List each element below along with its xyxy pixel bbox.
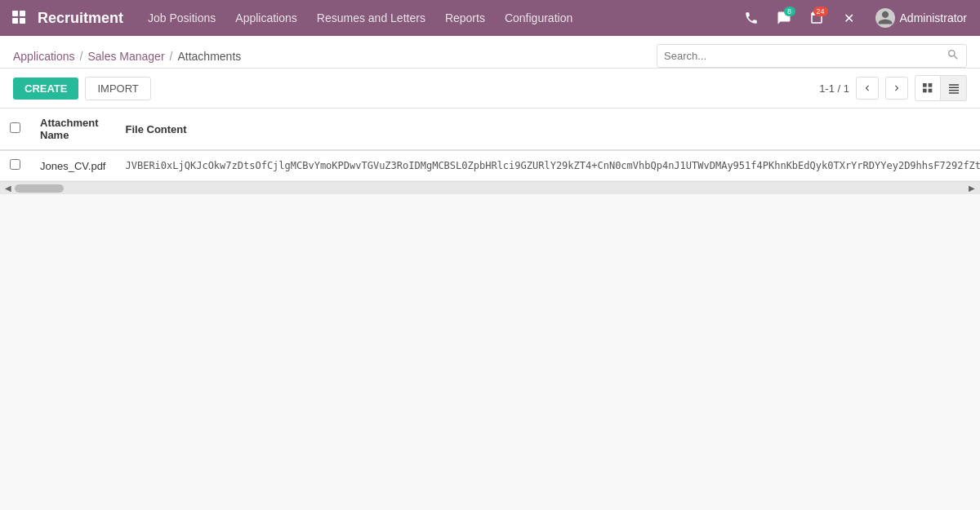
select-all-checkbox[interactable] [10,122,20,133]
calendar-icon[interactable]: 24 [804,5,830,31]
app-grid-icon[interactable] [7,5,33,31]
svg-rect-4 [923,83,927,87]
search-icon[interactable] [947,48,960,64]
svg-rect-2 [12,18,18,24]
breadcrumb-sep-2: / [170,50,173,63]
breadcrumb-sales-manager[interactable]: Sales Manager [87,50,164,63]
svg-rect-1 [20,11,25,16]
svg-rect-6 [923,89,927,93]
nav-right-actions: 8 24 ✕ Administrator [738,5,973,31]
prev-page-button[interactable] [856,77,879,100]
svg-rect-5 [929,83,933,87]
nav-resumes-letters[interactable]: Resumes and Letters [309,7,434,29]
avatar [875,8,895,28]
svg-rect-8 [949,84,959,85]
svg-rect-7 [929,89,933,93]
row-checkbox-cell [0,150,30,181]
nav-reports[interactable]: Reports [437,7,493,29]
chat-badge: 8 [784,7,795,16]
view-toggle [915,75,967,101]
top-navigation: Recruitment Job Positions Applications R… [0,0,980,36]
chat-icon[interactable]: 8 [771,5,797,31]
kanban-view-button[interactable] [915,75,941,101]
list-view-button[interactable] [941,75,967,101]
user-name: Administrator [900,11,967,24]
svg-rect-10 [949,90,959,91]
search-bar [657,44,967,68]
nav-links: Job Positions Applications Resumes and L… [140,7,738,29]
user-menu[interactable]: Administrator [869,5,973,31]
scroll-left-arrow[interactable]: ◀ [2,182,15,195]
attachments-table: Attachment Name File Content Jones_CV.pd… [0,109,980,181]
phone-icon[interactable] [738,5,764,31]
app-title: Recruitment [38,10,123,27]
calendar-badge: 24 [813,7,828,16]
table-header-row: Attachment Name File Content [0,109,980,150]
nav-configuration[interactable]: Configuration [497,7,581,29]
toolbar-right: 1-1 / 1 [819,75,967,101]
table-row: Jones_CV.pdf JVBERi0xLjQKJcOkw7zDtsOfCjl… [0,150,980,181]
breadcrumb-applications[interactable]: Applications [13,50,75,63]
breadcrumb-sep-1: / [80,50,83,63]
breadcrumb: Applications / Sales Manager / Attachmen… [13,50,241,63]
nav-applications[interactable]: Applications [227,7,305,29]
create-button[interactable]: CREATE [13,78,78,100]
nav-job-positions[interactable]: Job Positions [140,7,224,29]
svg-rect-9 [949,87,959,88]
scrollbar-thumb[interactable] [15,184,64,193]
search-input[interactable] [664,50,947,62]
table-body: Jones_CV.pdf JVBERi0xLjQKJcOkw7zDtsOfCjl… [0,150,980,181]
toolbar-actions: CREATE IMPORT [13,77,151,100]
column-file-content: File Content [115,109,980,150]
svg-rect-3 [20,18,25,24]
scroll-right-arrow[interactable]: ▶ [965,182,978,195]
file-content-cell: JVBERi0xLjQKJcOkw7zDtsOfCjlgMCBvYmoKPDwv… [115,150,980,181]
row-checkbox[interactable] [10,159,20,170]
import-button[interactable]: IMPORT [85,77,150,100]
close-icon[interactable]: ✕ [836,5,862,31]
breadcrumb-bar: Applications / Sales Manager / Attachmen… [0,36,980,69]
next-page-button[interactable] [885,77,908,100]
select-all-header [0,109,30,150]
toolbar: CREATE IMPORT 1-1 / 1 [0,69,980,109]
column-attachment-name: Attachment Name [30,109,115,150]
horizontal-scrollbar[interactable]: ◀ ▶ [0,181,980,194]
table-container: Attachment Name File Content Jones_CV.pd… [0,109,980,181]
svg-rect-0 [12,11,18,16]
svg-rect-11 [949,92,959,93]
breadcrumb-current: Attachments [177,50,241,63]
attachment-name-cell: Jones_CV.pdf [30,150,115,181]
pagination-info: 1-1 / 1 [819,82,849,95]
